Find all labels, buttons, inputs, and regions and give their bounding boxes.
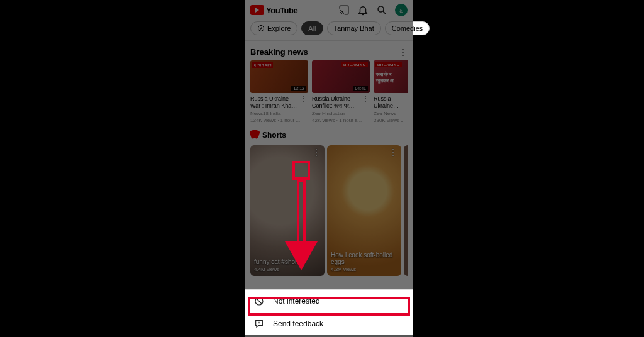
chip-topic[interactable]: Tanmay Bhat [327, 21, 381, 35]
video-title: Russia Ukraine War : Imran Khan ... [250, 96, 297, 109]
app-header: YouTube a [245, 0, 413, 19]
chip-all[interactable]: All [301, 21, 323, 35]
duration-badge: 04:41 [353, 86, 368, 91]
shorts-views: 4.4M views [254, 267, 321, 272]
bottom-sheet: Not interested Send feedback [245, 289, 413, 337]
search-icon[interactable] [376, 4, 387, 16]
video-title: Russia Ukraine Update: रूस... [374, 96, 408, 109]
shorts-more-icon[interactable]: ⋮ [312, 149, 321, 155]
bell-icon[interactable] [357, 4, 369, 16]
chip-topic[interactable]: Comedies [385, 21, 430, 35]
news-card[interactable]: BREAKING 04:41 Russia Ukraine Conflict: … [312, 60, 370, 124]
send-feedback-option[interactable]: Send feedback [245, 312, 413, 335]
video-more-icon[interactable]: ⋮ [361, 96, 370, 109]
overlay-label: इमरान खान [252, 62, 273, 68]
shorts-card[interactable] [404, 145, 408, 276]
shorts-more-icon[interactable]: ⋮ [389, 149, 397, 155]
video-thumbnail: BREAKING रूस के र खुलकर अ [374, 60, 408, 93]
cast-icon[interactable] [338, 4, 350, 16]
youtube-icon [250, 5, 264, 15]
section-title: Breaking news [250, 47, 308, 57]
shorts-icon [250, 130, 259, 140]
feedback-icon [254, 319, 264, 329]
shorts-header: Shorts [250, 124, 408, 140]
breaking-news-section: Breaking news ⋮ इमरान खान 13:12 Russia U… [245, 41, 413, 279]
video-views: 134K views · 1 hour ... [250, 118, 308, 124]
video-thumbnail: BREAKING 04:41 [312, 60, 370, 93]
send-feedback-label: Send feedback [273, 319, 323, 328]
not-interested-label: Not interested [273, 297, 320, 306]
news-card[interactable]: BREAKING रूस के र खुलकर अ Russia Ukraine… [374, 60, 408, 124]
video-title: Russia Ukraine Conflict: रूस पर औ... [312, 96, 359, 109]
shorts-card[interactable]: ⋮ How I cook soft-boiled eggs 4.3M views [327, 145, 401, 276]
video-thumbnail: इमरान खान 13:12 [250, 60, 308, 93]
overlay-label: BREAKING [375, 62, 402, 67]
news-card[interactable]: इमरान खान 13:12 Russia Ukraine War : Imr… [250, 60, 308, 124]
youtube-logo[interactable]: YouTube [250, 5, 297, 15]
chip-row: Explore All Tanmay Bhat Comedies [245, 19, 413, 41]
channel-name: Zee Hindustan [312, 111, 370, 117]
avatar[interactable]: a [395, 4, 408, 16]
svg-point-1 [258, 26, 264, 31]
svg-point-0 [378, 6, 384, 12]
video-more-icon[interactable]: ⋮ [299, 96, 308, 109]
shorts-title-text: funny cat #shorts [254, 258, 321, 265]
channel-name: Zee News [374, 111, 408, 117]
overlay-label: BREAKING [341, 62, 368, 67]
not-interested-icon [254, 296, 264, 306]
video-views: 42K views · 1 hour a... [312, 118, 370, 124]
shorts-views: 4.3M views [331, 267, 397, 272]
shorts-card[interactable]: ⋮ funny cat #shorts 4.4M views [250, 145, 325, 276]
phone-frame: YouTube a Explore All Tanmay Bhat Comedi… [245, 0, 413, 337]
shorts-title-text: How I cook soft-boiled eggs [331, 251, 397, 265]
channel-name: News18 India [250, 111, 308, 117]
video-views: 230K views ... [374, 118, 408, 124]
section-more-icon[interactable]: ⋮ [399, 49, 408, 55]
not-interested-option[interactable]: Not interested [245, 290, 413, 312]
compass-icon [257, 25, 265, 32]
brand-text: YouTube [266, 6, 297, 15]
duration-badge: 13:12 [291, 86, 306, 91]
shorts-title: Shorts [262, 131, 286, 140]
chip-explore[interactable]: Explore [250, 21, 297, 35]
